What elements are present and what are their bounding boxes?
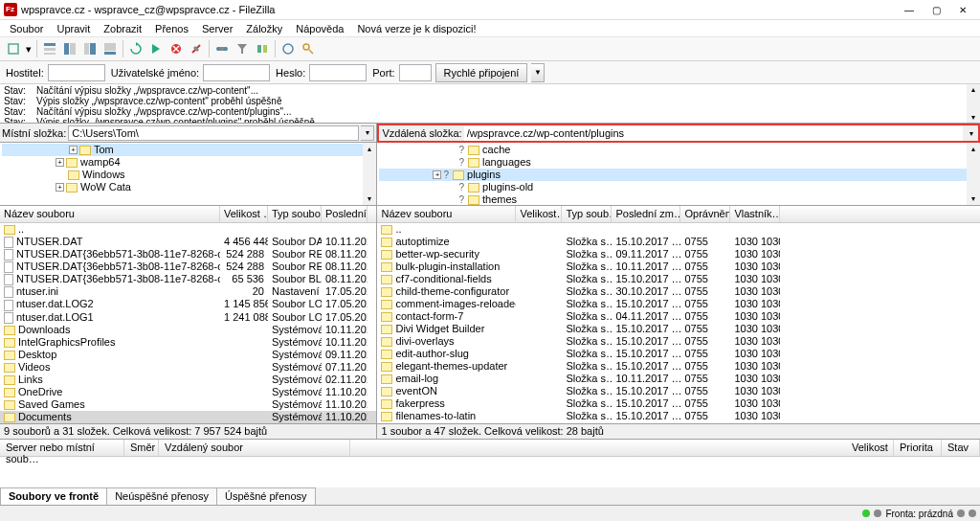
list-item[interactable]: IntelGraphicsProfilesSystémová …10.11.20…: [0, 336, 376, 349]
quickconnect-dropdown-icon[interactable]: ▼: [531, 63, 545, 82]
list-item[interactable]: divi-overlaysSložka s…15.10.2017 …075510…: [377, 335, 980, 348]
menu-přenos[interactable]: Přenos: [149, 21, 194, 36]
list-item[interactable]: NTUSER.DAT{36ebb571-3b08-11e7-8268-daa96…: [0, 260, 376, 273]
list-item[interactable]: VideosSystémová …07.11.2017: [0, 361, 376, 374]
column-header[interactable]: Název souboru: [377, 206, 516, 222]
list-item[interactable]: NTUSER.DAT4 456 448Soubor DAT10.11.2017: [0, 236, 376, 248]
cancel-icon[interactable]: [167, 39, 186, 58]
column-header[interactable]: Server nebo místní soub…: [0, 440, 124, 456]
local-file-list[interactable]: ..NTUSER.DAT4 456 448Soubor DAT10.11.201…: [0, 223, 376, 423]
tree-item[interactable]: +wamp64: [2, 156, 374, 169]
tree-item[interactable]: ?cache: [379, 144, 978, 156]
column-header[interactable]: Typ souboru: [268, 206, 322, 222]
process-queue-icon[interactable]: [146, 39, 166, 58]
scroll-down-icon[interactable]: ▾: [971, 112, 975, 123]
toolbar-dropdown-icon[interactable]: ▾: [24, 39, 33, 58]
column-header[interactable]: Oprávnění: [680, 206, 730, 222]
list-item[interactable]: NTUSER.DAT{36ebb571-3b08-11e7-8268-daa96…: [0, 248, 376, 260]
list-item[interactable]: fakerpressSložka s…15.10.2017 …07551030 …: [377, 397, 980, 410]
list-item[interactable]: filenames-to-latinSložka s…15.10.2017 …0…: [377, 410, 980, 422]
queue-tab[interactable]: Soubory ve frontě: [0, 487, 107, 505]
column-header[interactable]: Název souboru: [0, 206, 220, 222]
local-path-input[interactable]: [68, 125, 359, 141]
column-header[interactable]: Velikost …: [220, 206, 268, 222]
list-item[interactable]: DownloadsSystémová …10.11.2017: [0, 324, 376, 336]
list-item[interactable]: ..: [0, 223, 376, 236]
column-header[interactable]: Vzdálený soubor: [159, 440, 350, 456]
column-header[interactable]: Velikost…: [516, 206, 562, 222]
scroll-up-icon[interactable]: ▴: [971, 84, 975, 95]
tree-item[interactable]: ?themes: [379, 193, 978, 206]
column-header[interactable]: Typ soub…: [562, 206, 612, 222]
column-header[interactable]: Směr: [124, 440, 159, 456]
scroll-down-icon[interactable]: ▾: [368, 193, 371, 205]
scroll-up-icon[interactable]: ▴: [368, 143, 371, 155]
menu-zobrazit[interactable]: Zobrazit: [98, 21, 147, 36]
list-item[interactable]: cf7-conditional-fieldsSložka s…15.10.201…: [377, 273, 980, 285]
minimize-button[interactable]: —: [896, 0, 923, 19]
expand-icon[interactable]: +: [433, 170, 441, 179]
remote-path-input[interactable]: [464, 125, 963, 141]
pass-input[interactable]: [309, 64, 367, 81]
list-item[interactable]: bulk-plugin-installationSložka s…10.11.2…: [377, 260, 980, 273]
local-tree[interactable]: ▴▾ +Tom+wamp64Windows+WoW Cata: [0, 143, 376, 206]
list-item[interactable]: elegant-themes-updaterSložka s…15.10.201…: [377, 360, 980, 373]
menu-upravit[interactable]: Upravit: [51, 21, 96, 36]
toggle-log-icon[interactable]: [40, 39, 59, 58]
list-item[interactable]: edit-author-slugSložka s…15.10.2017 …075…: [377, 348, 980, 360]
site-manager-icon[interactable]: [4, 39, 23, 58]
tree-item[interactable]: Windows: [2, 169, 374, 181]
list-item[interactable]: DesktopSystémová …09.11.2017: [0, 349, 376, 361]
tree-item[interactable]: +WoW Cata: [2, 181, 374, 193]
list-item[interactable]: better-wp-securitySložka s…09.11.2017 …0…: [377, 248, 980, 260]
list-item[interactable]: DocumentsSystémová …11.10.2017: [0, 411, 376, 423]
menu-server[interactable]: Server: [196, 21, 238, 36]
list-item[interactable]: ntuser.dat.LOG21 145 856Soubor LOG217.05…: [0, 298, 376, 310]
tree-item[interactable]: +?plugins: [379, 169, 978, 181]
quickconnect-button[interactable]: Rychlé připojení: [435, 63, 528, 82]
close-button[interactable]: ✕: [949, 0, 976, 19]
queue-header[interactable]: Server nebo místní soub…SměrVzdálený sou…: [0, 440, 980, 457]
list-item[interactable]: LinksSystémová …02.11.2017: [0, 374, 376, 386]
menu-nová verze je k dispozici![interactable]: Nová verze je k dispozici!: [351, 21, 481, 36]
list-item[interactable]: Saved GamesSystémová …11.10.2017: [0, 398, 376, 411]
menu-záložky[interactable]: Záložky: [240, 21, 288, 36]
column-header[interactable]: Vlastník…: [730, 206, 780, 222]
toggle-queue-icon[interactable]: [100, 39, 120, 58]
list-item[interactable]: NTUSER.DAT{36ebb571-3b08-11e7-8268-daa96…: [0, 273, 376, 285]
column-header[interactable]: Priorita: [894, 440, 942, 456]
list-item[interactable]: contact-form-7Složka s…04.11.2017 …07551…: [377, 310, 980, 323]
list-item[interactable]: email-logSložka s…10.11.2017 …07551030 1…: [377, 373, 980, 385]
column-header[interactable]: Poslední z…: [322, 206, 368, 222]
port-input[interactable]: [399, 64, 432, 81]
tree-item[interactable]: ?plugins-old: [379, 181, 978, 193]
sync-browse-icon[interactable]: [278, 39, 298, 58]
refresh-icon[interactable]: [126, 39, 145, 58]
scroll-up-icon[interactable]: ▴: [971, 143, 975, 155]
compare-icon[interactable]: [253, 39, 272, 58]
menu-nápověda[interactable]: Nápověda: [290, 21, 349, 36]
tree-item[interactable]: +Tom: [2, 144, 374, 156]
expand-icon[interactable]: +: [69, 146, 78, 154]
local-list-header[interactable]: Název souboruVelikost …Typ souboruPosled…: [0, 206, 376, 223]
scroll-down-icon[interactable]: ▾: [971, 193, 975, 205]
list-item[interactable]: ntuser.dat.LOG11 241 088Soubor LOG117.05…: [0, 311, 376, 324]
filter-icon[interactable]: [233, 39, 252, 58]
toggle-remote-tree-icon[interactable]: [80, 39, 100, 58]
list-item[interactable]: ..: [377, 223, 980, 236]
local-path-dropdown-icon[interactable]: ▾: [361, 125, 374, 141]
remote-file-list[interactable]: ..autoptimizeSložka s…15.10.2017 …075510…: [377, 223, 980, 423]
search-icon[interactable]: [299, 39, 318, 58]
column-header[interactable]: Velikost: [846, 440, 894, 456]
list-item[interactable]: child-theme-configuratorSložka s…30.10.2…: [377, 285, 980, 298]
user-input[interactable]: [203, 64, 270, 81]
list-item[interactable]: Divi Widget BuilderSložka s…15.10.2017 ……: [377, 323, 980, 335]
queue-tab[interactable]: Neúspěšné přenosy: [106, 487, 217, 505]
remote-tree[interactable]: ▴▾ ?cache?languages+?plugins?plugins-old…: [377, 143, 980, 206]
list-item[interactable]: ntuser.ini20Nastavení …17.05.2017: [0, 285, 376, 298]
toggle-local-tree-icon[interactable]: [60, 39, 79, 58]
column-header[interactable]: Stav: [942, 440, 980, 456]
list-item[interactable]: comment-images-reloadedSložka s…15.10.20…: [377, 298, 980, 310]
column-header[interactable]: Poslední zm…: [612, 206, 680, 222]
reconnect-icon[interactable]: [212, 39, 232, 58]
